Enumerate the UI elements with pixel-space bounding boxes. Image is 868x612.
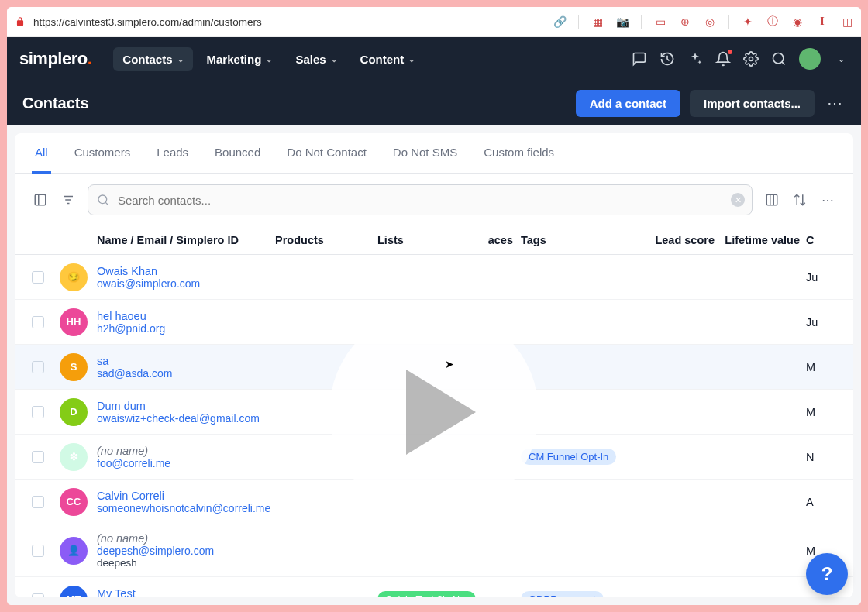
gear-icon[interactable] — [743, 51, 759, 67]
more-icon[interactable]: ⋯ — [824, 94, 846, 112]
history-icon[interactable] — [660, 51, 675, 67]
table-row[interactable]: D Dum dum owaiswiz+check-deal@gmail.com … — [15, 390, 853, 435]
search-input[interactable] — [88, 184, 753, 215]
user-avatar[interactable] — [799, 48, 821, 70]
col-last[interactable]: C — [800, 234, 818, 246]
nav-content[interactable]: Content⌄ — [351, 47, 425, 71]
contact-name[interactable]: My Test — [97, 587, 275, 598]
contact-avatar[interactable]: 😏 — [60, 263, 88, 291]
contact-name[interactable]: Calvin Correli — [97, 490, 275, 502]
sort-icon[interactable] — [791, 191, 808, 208]
last-cell: M — [806, 406, 815, 418]
contact-avatar[interactable]: 👤 — [60, 537, 88, 565]
col-lead[interactable]: Lead score — [637, 234, 715, 246]
url-text[interactable]: https://calvintest3.simplero.com/admin/c… — [33, 16, 262, 28]
clear-search-icon[interactable]: ✕ — [731, 193, 745, 207]
table-row[interactable]: HH hel haoeu h2h@pnid.org Ju — [15, 300, 853, 345]
link-icon[interactable]: 🔗 — [553, 15, 566, 28]
more-icon[interactable]: ⋯ — [819, 191, 836, 208]
add-contact-button[interactable]: Add a contact — [576, 90, 680, 117]
sparkle-icon[interactable] — [687, 51, 703, 67]
contact-avatar[interactable]: CC — [60, 488, 88, 516]
last-cell: Ju — [806, 271, 818, 284]
tag-badge[interactable]: GDPR consent — [521, 591, 604, 597]
columns-icon[interactable] — [763, 191, 780, 208]
row-checkbox[interactable] — [32, 451, 44, 463]
table-row[interactable]: MT My Test test@correli.me Calvin Test 3… — [15, 577, 853, 597]
chevron-down-icon[interactable]: ⌄ — [833, 51, 849, 67]
table-row[interactable]: S sa sad@asda.com M — [15, 345, 853, 390]
tab-customers[interactable]: Customers — [71, 133, 134, 174]
sidebar-toggle-icon[interactable]: ◫ — [841, 15, 853, 28]
contact-name[interactable]: sa — [97, 355, 275, 367]
import-contacts-button[interactable]: Import contacts... — [690, 90, 815, 117]
table-row[interactable]: 👤 (no name) deepesh@simplero.com deepesh… — [15, 524, 853, 577]
tab-custom[interactable]: Custom fields — [480, 133, 557, 174]
nav-contacts[interactable]: Contacts⌄ — [113, 47, 192, 71]
contact-email[interactable]: someonewhoisnotcalvin@correli.me — [97, 502, 275, 514]
camera-icon[interactable]: 📷 — [616, 15, 629, 28]
search-icon[interactable] — [771, 51, 787, 67]
help-button[interactable]: ? — [806, 553, 848, 595]
sidebar-toggle-icon[interactable] — [32, 191, 49, 208]
col-name[interactable]: Name / Email / Simplero ID — [97, 234, 275, 246]
i-icon[interactable]: I — [816, 15, 828, 28]
tab-dnsms[interactable]: Do Not SMS — [390, 133, 460, 174]
chat-icon[interactable] — [632, 51, 647, 67]
info-icon[interactable]: ⓘ — [766, 15, 779, 28]
row-checkbox[interactable] — [32, 496, 44, 508]
browser-url-bar: https://calvintest3.simplero.com/admin/c… — [7, 7, 861, 37]
contact-email[interactable]: foo@correli.me — [97, 457, 275, 469]
tag-badge[interactable]: CM Funnel Opt-In — [521, 449, 616, 465]
contact-name[interactable]: hel haoeu — [97, 310, 275, 322]
row-checkbox[interactable] — [32, 361, 44, 373]
list-badge[interactable]: Calvin Test 3's N... — [377, 591, 476, 597]
camera2-icon[interactable]: ◉ — [791, 15, 804, 28]
contact-email[interactable]: owais@simplero.com — [97, 277, 275, 290]
tab-bounced[interactable]: Bounced — [212, 133, 264, 174]
folder-icon[interactable]: ▭ — [654, 15, 666, 28]
bell-icon[interactable] — [715, 51, 731, 67]
logo[interactable]: simplero. — [19, 49, 91, 69]
tab-leads[interactable]: Leads — [153, 133, 191, 174]
svg-point-1 — [773, 53, 784, 64]
contact-email[interactable]: deepesh@simplero.com — [97, 545, 275, 557]
contact-email[interactable]: sad@asda.com — [97, 367, 275, 380]
contact-avatar[interactable]: ❇ — [60, 443, 88, 471]
contact-name[interactable]: (no name) — [97, 445, 275, 457]
contact-email[interactable]: h2h@pnid.org — [97, 322, 275, 335]
last-cell: M — [806, 361, 815, 373]
table-row[interactable]: 😏 Owais Khan owais@simplero.com Ju — [15, 255, 853, 300]
filter-icon[interactable] — [60, 191, 77, 208]
nav-sales[interactable]: Sales⌄ — [286, 47, 346, 71]
row-checkbox[interactable] — [32, 406, 44, 418]
tab-all[interactable]: All — [32, 133, 51, 174]
col-products[interactable]: Products — [275, 234, 377, 246]
globe-icon[interactable]: ⊕ — [679, 15, 691, 28]
puzzle-icon[interactable]: ✦ — [742, 15, 754, 28]
col-lists[interactable]: Lists — [377, 234, 478, 246]
contact-sub: deepesh — [97, 557, 275, 569]
row-checkbox[interactable] — [32, 545, 44, 557]
tool-icon-1[interactable]: ▦ — [591, 15, 604, 28]
contact-name[interactable]: Owais Khan — [97, 265, 275, 277]
col-life[interactable]: Lifetime value — [715, 234, 800, 246]
contact-avatar[interactable]: MT — [60, 586, 88, 598]
tab-dnc[interactable]: Do Not Contact — [284, 133, 370, 174]
nav-marketing[interactable]: Marketing⌄ — [198, 47, 282, 71]
contact-avatar[interactable]: HH — [60, 308, 88, 336]
table-row[interactable]: ❇ (no name) foo@correli.me CM Funnel Opt… — [15, 435, 853, 480]
table-row[interactable]: CC Calvin Correli someonewhoisnotcalvin@… — [15, 480, 853, 524]
contact-name[interactable]: (no name) — [97, 532, 275, 545]
contact-avatar[interactable]: S — [60, 353, 88, 381]
contact-avatar[interactable]: D — [60, 398, 88, 426]
contact-email[interactable]: owaiswiz+check-deal@gmail.com — [97, 412, 275, 425]
row-checkbox[interactable] — [32, 593, 44, 598]
row-checkbox[interactable] — [32, 316, 44, 328]
target-icon[interactable]: ◎ — [704, 15, 716, 28]
row-checkbox[interactable] — [32, 271, 44, 284]
contact-name[interactable]: Dum dum — [97, 400, 275, 412]
lock-icon — [15, 16, 26, 27]
col-spaces[interactable]: aces — [478, 234, 521, 246]
col-tags[interactable]: Tags — [521, 234, 637, 246]
